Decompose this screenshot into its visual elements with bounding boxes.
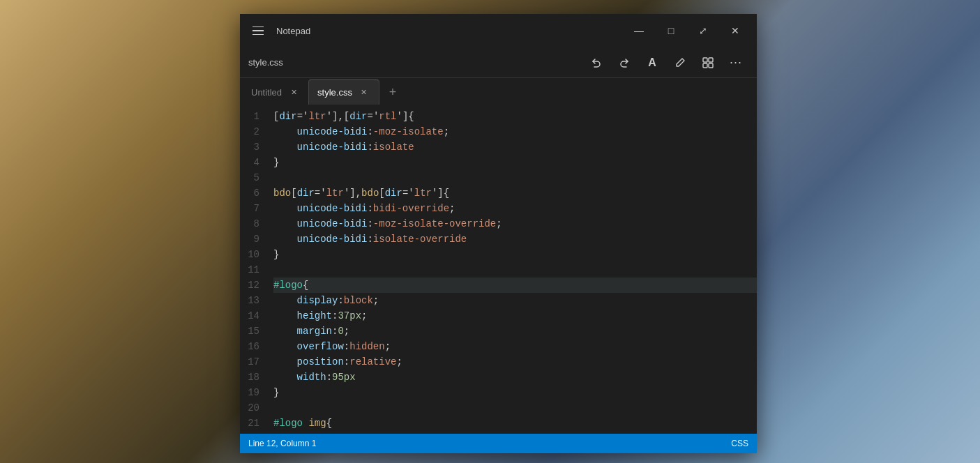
status-right: CSS	[731, 439, 748, 448]
status-bar: Line 12, Column 1 CSS	[240, 434, 757, 453]
toolbar: style.css A	[240, 47, 757, 78]
code-line-5	[273, 170, 757, 185]
close-button[interactable]: ✕	[719, 20, 751, 42]
code-line-20	[273, 400, 757, 416]
status-left: Line 12, Column 1	[248, 439, 316, 448]
restore-button[interactable]: ⤢	[687, 20, 719, 42]
code-line-14: ____height:37px;	[273, 308, 757, 324]
settings-button[interactable]	[695, 52, 721, 74]
line-numbers: 1 2 3 4 5 6 7 8 9 10 11 12 13 14 15 16 1…	[240, 106, 273, 434]
code-line-2: ____unicode-bidi:-moz-isolate;	[273, 124, 757, 139]
code-line-3: ____unicode-bidi:isolate	[273, 139, 757, 155]
font-button[interactable]: A	[640, 52, 665, 74]
code-line-15: ____margin:0;	[273, 324, 757, 339]
code-line-10: }	[273, 247, 757, 262]
code-line-8: ____unicode-bidi:-moz-isolate-override;	[273, 216, 757, 232]
code-line-9: ____unicode-bidi:isolate-override	[273, 232, 757, 247]
tabs-bar: Untitled ✕ style.css ✕ +	[240, 78, 757, 106]
language-indicator[interactable]: CSS	[731, 439, 748, 448]
code-line-13: ____display:block;	[273, 293, 757, 308]
current-file-name: style.css	[248, 57, 414, 68]
tab-untitled-close[interactable]: ✕	[287, 86, 300, 98]
settings-icon	[702, 56, 714, 69]
code-line-11	[273, 262, 757, 278]
code-line-4: }	[273, 155, 757, 170]
code-container: 1 2 3 4 5 6 7 8 9 10 11 12 13 14 15 16 1…	[240, 106, 757, 434]
more-options-button[interactable]: ···	[723, 52, 748, 74]
svg-rect-0	[703, 58, 707, 62]
code-line-6: bdo[dir='ltr'],bdo[dir='ltr']{	[273, 185, 757, 201]
undo-button[interactable]	[584, 52, 609, 74]
redo-icon	[618, 56, 631, 69]
code-line-7: ____unicode-bidi:bidi-override;	[273, 201, 757, 216]
code-line-19: }	[273, 385, 757, 400]
svg-rect-1	[709, 58, 713, 62]
code-editor[interactable]: [dir='ltr'],[dir='rtl']{ ____unicode-bid…	[273, 106, 757, 434]
svg-rect-2	[703, 63, 707, 68]
minimize-button[interactable]: —	[623, 20, 655, 42]
hamburger-icon	[252, 26, 264, 36]
tab-untitled-label: Untitled	[251, 87, 282, 98]
add-tab-button[interactable]: +	[382, 82, 403, 103]
code-line-18: ____width:95px	[273, 370, 757, 385]
pen-button[interactable]	[668, 52, 693, 74]
code-line-12: #logo{	[273, 278, 757, 293]
tab-style-css-close[interactable]: ✕	[358, 86, 370, 99]
redo-button[interactable]	[612, 52, 637, 74]
notepad-window: Notepad — □ ⤢ ✕ style.css A	[240, 14, 757, 453]
code-line-16: ____overflow:hidden;	[273, 339, 757, 354]
tab-untitled[interactable]: Untitled ✕	[243, 79, 308, 105]
code-line-1: [dir='ltr'],[dir='rtl']{	[273, 109, 757, 124]
title-bar: Notepad — □ ⤢ ✕	[240, 14, 757, 47]
svg-rect-3	[709, 63, 713, 68]
code-line-21: #logo img{	[273, 416, 757, 431]
font-icon: A	[648, 56, 656, 69]
tab-style-css-label: style.css	[317, 87, 352, 98]
window-controls: — □ ⤢ ✕	[623, 20, 751, 42]
hamburger-menu-button[interactable]	[246, 18, 271, 43]
pen-icon	[674, 56, 686, 69]
undo-icon	[590, 56, 603, 69]
editor-area[interactable]: 1 2 3 4 5 6 7 8 9 10 11 12 13 14 15 16 1…	[240, 106, 757, 434]
more-options-icon: ···	[730, 55, 742, 70]
code-line-17: ____position:relative;	[273, 354, 757, 370]
tab-style-css[interactable]: style.css ✕	[308, 79, 379, 105]
app-title: Notepad	[276, 26, 623, 36]
cursor-position: Line 12, Column 1	[248, 439, 316, 448]
add-tab-icon: +	[389, 85, 397, 100]
maximize-button[interactable]: □	[655, 20, 687, 42]
